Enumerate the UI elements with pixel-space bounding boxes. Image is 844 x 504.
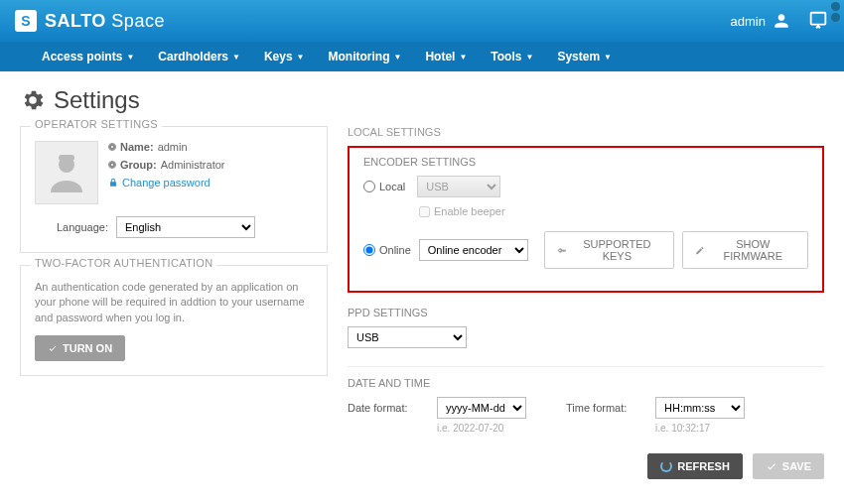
nav-keys[interactable]: Keys▼	[252, 42, 317, 71]
nav-monitoring[interactable]: Monitoring▼	[317, 42, 414, 71]
language-select[interactable]: English	[116, 216, 255, 238]
gear-icon	[20, 87, 46, 113]
encoder-local-select: USB	[417, 176, 500, 197]
local-settings-heading: LOCAL SETTINGS	[348, 126, 824, 138]
ppd-settings-heading: PPD SETTINGS	[348, 307, 824, 318]
header-info-dots	[831, 2, 840, 22]
enable-beeper-label: Enable beeper	[434, 205, 505, 217]
encoder-settings-heading: ENCODER SETTINGS	[363, 156, 808, 168]
current-user-label[interactable]: admin	[731, 14, 766, 29]
encoder-online-radio-label[interactable]: Online	[363, 244, 411, 256]
enable-beeper-checkbox	[419, 206, 430, 217]
date-format-select[interactable]: yyyy-MM-dd	[437, 397, 526, 419]
user-icon[interactable]	[772, 11, 791, 31]
encoder-local-radio[interactable]	[363, 181, 375, 192]
brand-bold: SALTO	[45, 11, 106, 31]
save-button[interactable]: SAVE	[753, 453, 824, 479]
brand-light: Space	[111, 11, 165, 31]
encoder-online-radio[interactable]	[363, 244, 375, 256]
chevron-down-icon: ▼	[459, 53, 467, 62]
operator-group-line: Group: Administrator	[108, 159, 224, 171]
check-icon	[48, 343, 58, 353]
spinner-icon	[660, 460, 672, 472]
operator-group-value: Administrator	[161, 159, 225, 171]
header-dot[interactable]	[831, 13, 840, 22]
operator-name-value: admin	[158, 141, 188, 153]
key-icon	[557, 245, 567, 256]
date-example: i.e. 2022-07-20	[437, 423, 526, 434]
logo-badge: S	[15, 10, 37, 32]
operator-name-label: Name:	[120, 141, 154, 153]
change-password-link[interactable]: Change password	[122, 177, 211, 189]
operator-settings-panel: OPERATOR SETTINGS Name: admin Grou	[20, 126, 328, 253]
time-example: i.e. 10:32:17	[655, 423, 745, 434]
chevron-down-icon: ▼	[604, 53, 612, 62]
operator-settings-heading: OPERATOR SETTINGS	[31, 118, 162, 130]
enable-beeper-row: Enable beeper	[419, 205, 808, 217]
show-firmware-button[interactable]: SHOW FIRMWARE	[682, 231, 808, 269]
ppd-select[interactable]: USB	[348, 326, 467, 348]
check-icon	[766, 460, 777, 472]
two-factor-description: An authentication code generated by an a…	[35, 280, 313, 325]
app-header: S SALTO Space admin	[0, 0, 844, 42]
refresh-button[interactable]: REFRESH	[647, 453, 743, 479]
page-title-row: Settings	[20, 86, 824, 114]
chevron-down-icon: ▼	[232, 53, 240, 62]
pencil-icon	[695, 245, 705, 256]
time-format-label: Time format:	[566, 402, 645, 414]
nav-cardholders[interactable]: Cardholders▼	[146, 42, 252, 71]
nav-access-points[interactable]: Access points▼	[30, 42, 146, 71]
turn-on-button[interactable]: TURN ON	[35, 335, 125, 361]
avatar	[35, 141, 98, 204]
time-format-select[interactable]: HH:mm:ss	[655, 397, 745, 419]
page-title: Settings	[54, 86, 140, 114]
lock-icon	[108, 178, 118, 188]
chevron-down-icon: ▼	[126, 53, 134, 62]
operator-name-line: Name: admin	[108, 141, 224, 153]
header-dot[interactable]	[831, 2, 840, 11]
date-time-heading: DATE AND TIME	[348, 377, 824, 389]
encoder-local-radio-label[interactable]: Local	[363, 181, 405, 192]
svg-rect-0	[811, 13, 826, 25]
header-right: admin	[731, 10, 829, 32]
main-nav: Access points▼ Cardholders▼ Keys▼ Monito…	[0, 42, 844, 71]
encoder-online-select[interactable]: Online encoder	[419, 239, 528, 261]
nav-hotel[interactable]: Hotel▼	[413, 42, 479, 71]
language-label: Language:	[35, 221, 108, 233]
date-format-label: Date format:	[348, 402, 427, 414]
chevron-down-icon: ▼	[525, 53, 533, 62]
nav-tools[interactable]: Tools▼	[479, 42, 545, 71]
operator-group-label: Group:	[120, 159, 157, 171]
brand-text: SALTO Space	[45, 11, 165, 32]
encoder-settings-box: ENCODER SETTINGS Local USB Enable beeper	[348, 146, 824, 293]
two-factor-heading: TWO-FACTOR AUTHENTICATION	[31, 257, 216, 269]
change-password-line[interactable]: Change password	[108, 177, 224, 189]
bullet-icon	[108, 161, 116, 169]
chevron-down-icon: ▼	[394, 53, 402, 62]
supported-keys-button[interactable]: SUPPORTED KEYS	[544, 231, 674, 269]
nav-system[interactable]: System▼	[545, 42, 624, 71]
svg-rect-2	[59, 155, 74, 161]
device-icon[interactable]	[807, 10, 829, 32]
page-content: Settings OPERATOR SETTINGS Name: admin	[0, 71, 844, 443]
chevron-down-icon: ▼	[297, 53, 305, 62]
bullet-icon	[108, 143, 116, 151]
two-factor-panel: TWO-FACTOR AUTHENTICATION An authenticat…	[20, 265, 328, 376]
footer-actions: REFRESH SAVE	[0, 443, 844, 491]
avatar-placeholder-icon	[43, 149, 90, 196]
